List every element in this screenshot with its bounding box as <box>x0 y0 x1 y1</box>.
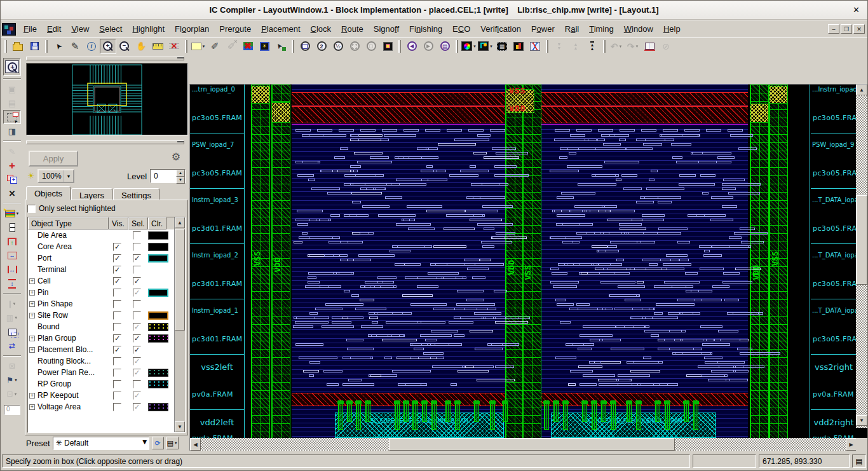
chevron-down-icon[interactable]: ▼ <box>64 170 73 182</box>
vis-checkbox[interactable] <box>113 403 121 411</box>
highlight-erase-button[interactable] <box>223 39 240 54</box>
zoom-out-tool-button[interactable] <box>116 39 133 54</box>
zoom-out-2x-button[interactable] <box>330 39 346 54</box>
expand-icon[interactable]: + <box>28 290 36 296</box>
menu-select[interactable]: Select <box>94 22 127 36</box>
query-info-button[interactable] <box>83 39 100 54</box>
vis-checkbox[interactable] <box>113 380 121 388</box>
gear-icon[interactable]: ⚙ <box>172 151 180 163</box>
side-value-field[interactable]: 0 <box>4 405 20 415</box>
sel-checkbox[interactable]: ✓ <box>133 369 141 377</box>
spread-horizontal-button[interactable] <box>3 263 21 276</box>
table-row[interactable]: +Placement Blo...✓✓ <box>28 344 185 355</box>
close-icon[interactable]: ✕ <box>853 5 860 15</box>
layout-drawing-area[interactable]: ...trn_iopad_0pc3o05.FRAMPSW_iopad_7pc3o… <box>190 85 857 439</box>
preset-menu-button[interactable]: ▤▼ <box>166 437 179 449</box>
preset-select[interactable]: ✳ Default ▼ <box>53 437 149 450</box>
vis-checkbox[interactable]: ✓ <box>113 346 121 354</box>
remove-flightlines-button[interactable] <box>166 39 182 54</box>
color-by-object-button[interactable]: ▼ <box>461 39 477 54</box>
pan-tool-button[interactable] <box>133 39 149 54</box>
wizard-tool-button[interactable]: ▼ <box>3 373 21 387</box>
table-row[interactable]: RP Group <box>28 378 185 390</box>
toolbar-handle[interactable] <box>4 40 7 53</box>
menu-preroute[interactable]: Preroute <box>214 22 256 36</box>
spread-vertical-button[interactable] <box>3 276 21 290</box>
menu-highlight[interactable]: Highlight <box>127 22 170 36</box>
table-row[interactable]: Bound✓ <box>28 321 185 332</box>
plus-icon[interactable]: + <box>29 278 35 284</box>
group-tool-button[interactable] <box>3 359 21 373</box>
menu-timing[interactable]: Timing <box>584 22 619 36</box>
select-tool-button[interactable] <box>50 39 67 54</box>
plus-icon[interactable]: + <box>29 301 35 307</box>
expand-icon[interactable]: + <box>28 336 36 341</box>
hscroll-thumb[interactable] <box>389 438 675 451</box>
expand-icon[interactable]: + <box>28 301 36 307</box>
scroll-down-icon[interactable]: ▼ <box>175 421 185 432</box>
menu-route[interactable]: Route <box>336 22 369 36</box>
object-table-scrollbar[interactable]: ▲ ▼ <box>174 217 185 432</box>
save-button[interactable] <box>26 39 43 54</box>
chevron-down-icon[interactable]: ▼ <box>635 44 639 48</box>
color-swatch[interactable] <box>148 254 168 263</box>
distribute-tool-button[interactable]: ▼ <box>3 311 21 325</box>
chevron-down-icon[interactable]: ▼ <box>141 437 149 449</box>
create-bound-button[interactable] <box>3 249 21 263</box>
table-row[interactable]: Terminal✓ <box>28 264 185 275</box>
table-row[interactable]: Power Plan Re...✓ <box>28 367 185 378</box>
col-vis[interactable]: Vis. <box>109 217 128 229</box>
color-swatch[interactable] <box>148 403 168 411</box>
scroll-up-icon[interactable]: ▲ <box>175 217 185 228</box>
sel-checkbox[interactable]: ✓ <box>133 357 141 365</box>
minimap-grip[interactable] <box>26 57 184 60</box>
view-options-button[interactable] <box>437 39 453 54</box>
menu-signoff[interactable]: Signoff <box>369 22 404 36</box>
sel-checkbox[interactable] <box>133 266 141 274</box>
sel-checkbox[interactable]: ✓ <box>133 254 141 263</box>
sel-checkbox[interactable]: ✓ <box>133 346 141 354</box>
vis-checkbox[interactable]: ✓ <box>113 266 121 274</box>
vis-checkbox[interactable] <box>113 369 121 377</box>
spin-down-icon[interactable]: ▼ <box>176 177 185 184</box>
vis-checkbox[interactable] <box>113 300 121 308</box>
canvas-horizontal-scrollbar[interactable]: ◀ ▶ <box>190 438 857 451</box>
minimize-button[interactable]: – <box>828 24 839 34</box>
menu-window[interactable]: Window <box>619 22 658 36</box>
table-row[interactable]: +RP Keepout✓ <box>28 390 185 401</box>
plus-icon[interactable]: + <box>29 347 35 353</box>
chevron-down-icon[interactable]: ▼ <box>489 44 493 48</box>
expand-icon[interactable]: + <box>28 393 36 399</box>
menu-placement[interactable]: Placement <box>256 22 305 36</box>
sel-checkbox[interactable] <box>133 311 141 320</box>
highlight-draw-button[interactable] <box>207 39 223 54</box>
select-window-tool-button[interactable] <box>3 110 21 124</box>
color-swatch[interactable] <box>148 369 168 377</box>
vscroll-thumb[interactable] <box>856 195 867 285</box>
menu-rail[interactable]: Rail <box>560 22 584 36</box>
zoom-previous-button[interactable] <box>363 39 379 54</box>
color-swatch[interactable] <box>148 243 168 251</box>
sel-checkbox[interactable]: ✓ <box>133 403 141 411</box>
density-map-button[interactable] <box>510 39 527 54</box>
menu-finishing[interactable]: Finishing <box>404 22 447 36</box>
command-log-button[interactable] <box>641 39 658 54</box>
table-row[interactable]: +Pin Shape <box>28 298 185 310</box>
menu-power[interactable]: Power <box>526 22 560 36</box>
tab-settings[interactable]: Settings <box>113 188 159 200</box>
clear-highlight-button[interactable] <box>240 39 256 54</box>
table-row[interactable]: Die Area <box>28 229 185 241</box>
sel-checkbox[interactable] <box>133 300 141 308</box>
expand-icon[interactable]: + <box>28 404 36 410</box>
vis-checkbox[interactable] <box>113 392 121 400</box>
toolbar-handle[interactable] <box>45 40 48 53</box>
color-swatch[interactable] <box>148 380 168 388</box>
menu-floorplan[interactable]: Floorplan <box>170 22 214 36</box>
expand-icon[interactable]: + <box>28 313 36 318</box>
plus-icon[interactable]: + <box>29 290 35 296</box>
table-row[interactable]: Routing Block...✓ <box>28 355 185 367</box>
menu-file[interactable]: File <box>18 22 42 36</box>
vis-checkbox[interactable] <box>113 289 121 297</box>
color-swatch[interactable] <box>148 231 168 240</box>
move-tool-button[interactable] <box>3 158 21 172</box>
